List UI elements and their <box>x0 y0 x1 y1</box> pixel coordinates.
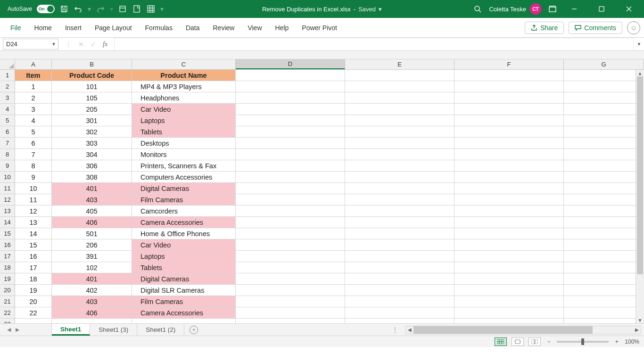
horizontal-scrollbar[interactable]: ◀ ▶ <box>405 326 641 334</box>
cell[interactable]: 102 <box>52 262 132 273</box>
cell[interactable]: Printers, Scanners & Fax <box>132 160 236 172</box>
scroll-down-icon[interactable]: ▼ <box>636 317 644 323</box>
ribbon-display-icon[interactable] <box>548 4 557 14</box>
ribbon-tab-power-pivot[interactable]: Power Pivot <box>295 20 344 35</box>
cell[interactable] <box>345 104 454 115</box>
cell[interactable] <box>345 217 454 228</box>
cell[interactable] <box>454 160 564 172</box>
close-button[interactable] <box>619 0 639 18</box>
row-header-11[interactable]: 11 <box>0 183 15 194</box>
cell[interactable]: 9 <box>15 172 52 183</box>
hscroll-thumb[interactable] <box>413 326 593 334</box>
cell[interactable] <box>454 262 564 273</box>
cell[interactable]: 403 <box>52 194 132 206</box>
cell[interactable] <box>345 115 454 126</box>
ribbon-tab-review[interactable]: Review <box>206 20 241 35</box>
account-button[interactable]: Coletta Teske CT <box>489 3 541 15</box>
cell[interactable] <box>454 81 564 92</box>
cell[interactable] <box>236 149 345 160</box>
redo-dropdown-icon[interactable]: ▾ <box>110 5 113 13</box>
cell[interactable] <box>564 160 644 172</box>
row-header-13[interactable]: 13 <box>0 206 15 217</box>
page-layout-view-button[interactable] <box>512 337 524 346</box>
cell[interactable]: Computers Accessories <box>132 172 236 183</box>
cell[interactable] <box>454 172 564 183</box>
cell[interactable] <box>564 172 644 183</box>
cell[interactable]: 11 <box>15 194 52 206</box>
zoom-level[interactable]: 100% <box>625 338 639 345</box>
cell[interactable] <box>564 239 644 251</box>
cell[interactable]: 7 <box>15 149 52 160</box>
cell[interactable]: Laptops <box>132 251 236 262</box>
row-header-6[interactable]: 6 <box>0 126 15 138</box>
cell[interactable] <box>236 251 345 262</box>
save-icon[interactable] <box>59 4 69 14</box>
cell[interactable] <box>454 251 564 262</box>
zoom-slider[interactable] <box>557 341 609 343</box>
row-header-4[interactable]: 4 <box>0 104 15 115</box>
feedback-smiley-icon[interactable]: ☺ <box>627 21 640 34</box>
cell[interactable] <box>236 285 345 296</box>
add-sheet-button[interactable]: + <box>184 324 203 336</box>
cell[interactable]: 304 <box>52 149 132 160</box>
cell[interactable] <box>345 172 454 183</box>
cell[interactable] <box>236 81 345 92</box>
cell[interactable] <box>236 206 345 217</box>
cell[interactable]: 13 <box>15 217 52 228</box>
cell[interactable]: 19 <box>15 285 52 296</box>
cell[interactable]: 22 <box>15 307 52 319</box>
cell[interactable] <box>564 183 644 194</box>
cell[interactable]: Product Code <box>52 70 132 81</box>
cell[interactable] <box>345 138 454 149</box>
insert-function-icon[interactable]: fx <box>103 41 107 48</box>
row-header-12[interactable]: 12 <box>0 194 15 206</box>
cell[interactable] <box>564 149 644 160</box>
cell[interactable]: 303 <box>52 138 132 149</box>
cell[interactable]: Digital Cameras <box>132 183 236 194</box>
cell[interactable]: Headphones <box>132 92 236 104</box>
vscroll-thumb[interactable] <box>637 76 643 274</box>
cell[interactable] <box>454 319 564 323</box>
search-icon[interactable] <box>473 4 482 14</box>
cell[interactable] <box>345 319 454 323</box>
saved-dropdown-icon[interactable]: ▾ <box>379 6 382 13</box>
cell[interactable] <box>345 206 454 217</box>
cell[interactable] <box>564 217 644 228</box>
cell[interactable] <box>345 126 454 138</box>
cell[interactable] <box>454 296 564 307</box>
cell[interactable] <box>236 239 345 251</box>
cell[interactable]: Car Video <box>132 104 236 115</box>
column-header-C[interactable]: C <box>132 59 236 69</box>
cell[interactable] <box>454 273 564 285</box>
namebox-dropdown-icon[interactable]: ▼ <box>51 41 56 47</box>
ribbon-tab-home[interactable]: Home <box>28 20 58 35</box>
column-header-E[interactable]: E <box>345 59 454 69</box>
row-header-21[interactable]: 21 <box>0 296 15 307</box>
cell[interactable] <box>236 296 345 307</box>
vertical-scrollbar[interactable]: ▲ ▼ <box>636 70 644 323</box>
cell[interactable] <box>564 307 644 319</box>
cell[interactable]: Home & Office Phones <box>132 228 236 239</box>
cell[interactable]: Film Cameras <box>132 194 236 206</box>
row-header-17[interactable]: 17 <box>0 251 15 262</box>
undo-dropdown-icon[interactable]: ▾ <box>88 5 91 13</box>
cell[interactable] <box>454 206 564 217</box>
row-header-8[interactable]: 8 <box>0 149 15 160</box>
cell[interactable]: 5 <box>15 126 52 138</box>
cell[interactable] <box>564 285 644 296</box>
qat-customize-icon[interactable]: ▾ <box>160 5 164 13</box>
cell[interactable]: Desktops <box>132 138 236 149</box>
cell[interactable]: 1 <box>15 81 52 92</box>
cell[interactable]: 15 <box>15 239 52 251</box>
enter-formula-icon[interactable]: ✓ <box>91 41 96 48</box>
page-break-view-button[interactable] <box>528 337 541 346</box>
cell[interactable]: 3 <box>15 104 52 115</box>
name-box[interactable]: D24 ▼ <box>3 39 58 49</box>
column-header-F[interactable]: F <box>454 59 564 69</box>
cell[interactable]: 20 <box>15 296 52 307</box>
cell[interactable] <box>132 319 236 323</box>
ribbon-tab-view[interactable]: View <box>241 20 268 35</box>
cell[interactable] <box>345 70 454 81</box>
cell[interactable]: 391 <box>52 251 132 262</box>
cell[interactable]: 6 <box>15 138 52 149</box>
